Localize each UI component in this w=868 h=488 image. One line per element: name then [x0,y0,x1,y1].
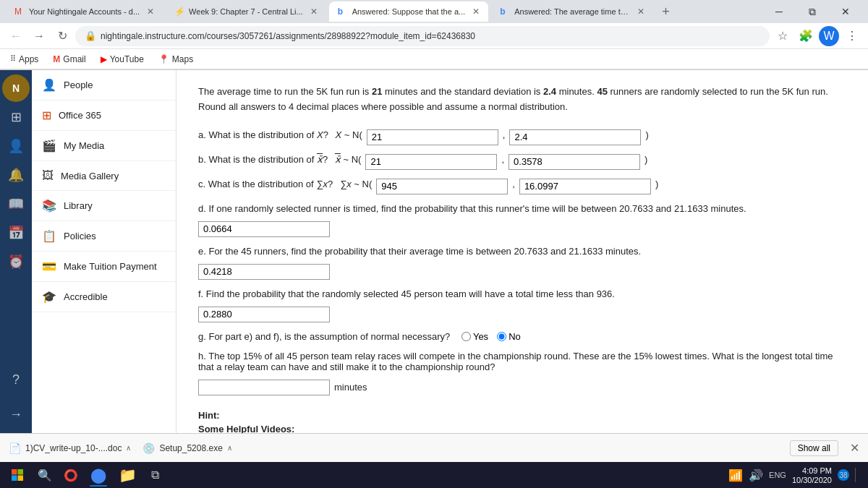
input-e-answer[interactable] [198,264,330,280]
download-1-label: 1)CV_write-up_10-....doc [25,443,122,453]
window-controls: ─ ⧉ ✕ [762,0,862,23]
nav-icon-avatar[interactable]: N [2,74,30,102]
tab-4-close[interactable]: ✕ [637,7,644,17]
tab-2-close[interactable]: ✕ [310,7,318,17]
download-item-1[interactable]: 📄 1)CV_write-up_10-....doc ∧ [9,442,131,454]
sidebar-item-accredible[interactable]: 🎓 Accredible [32,282,176,312]
tab-1[interactable]: M Your Nightingale Accounts - d... ✕ [6,1,163,22]
sidebar-accredible-label: Accredible [64,291,108,302]
tab-2-favicon: ⚡ [174,7,184,17]
input-c-val2[interactable] [519,179,651,194]
tray-network[interactable]: 📶 [728,468,743,482]
bookmarks-bar: ⠿ Apps M Gmail ▶ YouTube 📍 Maps [0,49,868,69]
tab-3-close[interactable]: ✕ [472,7,480,17]
taskbar-app-chrome[interactable]: ⬤ [84,462,113,488]
taskbar-clock[interactable]: 4:09 PM 10/30/2020 [792,466,832,484]
nav-icon-clock[interactable]: ⏰ [2,248,30,275]
restore-button[interactable]: ⧉ [796,0,829,23]
nav-icon-bell[interactable]: 🔔 [2,161,30,189]
input-a-val2[interactable] [509,129,641,145]
nav-icon-person[interactable]: 👤 [2,132,30,160]
nav-icon-question[interactable]: ? [2,366,30,393]
download-2-chevron[interactable]: ∧ [227,444,232,452]
radio-yes-label[interactable]: Yes [461,331,488,342]
taskbar-search[interactable]: 🔍 [32,462,58,488]
policies-icon: 📋 [42,229,56,243]
taskbar-app-explorer[interactable]: 📁 [113,462,142,488]
bookmark-apps-label: Apps [19,54,38,64]
sidebar-item-library[interactable]: 📚 Library [32,191,176,221]
question-d: d. If one randomly selected runner is ti… [198,203,846,237]
sidebar-item-people[interactable]: 👤 People [32,70,176,100]
tab-1-favicon: M [14,7,25,17]
tray-show-desktop[interactable] [855,468,859,482]
left-icon-bar: N ⊞ 👤 🔔 📖 📅 ⏰ ? → [0,70,32,434]
nav-icon-book[interactable]: 📖 [2,190,30,218]
office365-icon: ⊞ [42,108,51,122]
input-h-answer[interactable] [198,380,330,395]
download-1-chevron[interactable]: ∧ [126,444,131,452]
extensions-button[interactable]: 🧩 [796,26,816,46]
svg-rect-1 [18,469,24,475]
maketuition-icon: 💳 [42,260,56,273]
refresh-button[interactable]: ↻ [52,26,72,46]
bookmark-youtube-label: YouTube [110,54,144,64]
nav-icon-grid[interactable]: ⊞ [2,103,30,131]
bookmark-apps[interactable]: ⠿ Apps [6,53,43,66]
youtube-icon: ▶ [101,54,107,64]
bookmark-maps[interactable]: 📍 Maps [154,53,197,66]
sidebar-item-policies[interactable]: 📋 Policies [32,221,176,252]
address-bar[interactable]: 🔒 nightingale.instructure.com/courses/30… [75,26,770,46]
taskbar-tray: 📶 🔊 ENG 4:09 PM 10/30/2020 38 [723,466,865,484]
input-a-val1[interactable] [367,129,498,145]
question-h: h. The top 15% of all 45 person team rel… [198,351,846,395]
close-button[interactable]: ✕ [829,0,862,23]
tray-volume[interactable]: 🔊 [749,468,763,482]
show-all-button[interactable]: Show all [790,440,838,456]
nav-icon-calendar[interactable]: 📅 [2,219,30,247]
exe-icon: 💿 [142,442,155,454]
sidebar-people-label: People [64,80,93,90]
bookmark-gmail[interactable]: M Gmail [48,53,90,66]
tab-3[interactable]: b Answered: Suppose that the a... ✕ [329,1,489,22]
nav-icon-arrow[interactable]: → [2,401,30,428]
tray-notifications[interactable]: 38 [838,469,849,481]
tab-4[interactable]: b Answered: The average time to... ✕ [491,1,653,22]
mediagallery-icon: 🖼 [42,169,54,182]
profile-button[interactable]: W [819,26,839,46]
input-c-val1[interactable] [376,179,508,194]
tab-1-close[interactable]: ✕ [147,7,154,17]
radio-no[interactable] [497,332,506,341]
sidebar-item-office365[interactable]: ⊞ Office 365 [32,100,176,131]
input-f-answer[interactable] [198,307,330,322]
downloads-close-button[interactable]: ✕ [850,441,859,455]
sidebar-item-maketuition[interactable]: 💳 Make Tuition Payment [32,252,176,282]
bookmark-gmail-label: Gmail [63,54,85,64]
input-d-answer[interactable] [198,221,330,237]
back-button[interactable]: ← [6,26,26,46]
minimize-button[interactable]: ─ [762,0,796,23]
svg-rect-0 [12,469,17,475]
radio-no-label[interactable]: No [497,331,521,342]
lock-icon: 🔒 [85,30,96,41]
tab-2[interactable]: ⚡ Week 9: Chapter 7 - Central Li... ✕ [166,1,326,22]
menu-button[interactable]: ⋮ [842,26,862,46]
maps-icon: 📍 [158,54,169,64]
start-button[interactable] [3,462,32,488]
new-tab-button[interactable]: + [656,4,676,20]
taskbar-cortana[interactable]: ⭕ [58,462,84,488]
tray-keyboard[interactable]: ENG [769,471,786,479]
bookmark-youtube[interactable]: ▶ YouTube [96,53,148,66]
sidebar-item-mymedia[interactable]: 🎬 My Media [32,131,176,161]
download-item-2[interactable]: 💿 Setup_5208.exe ∧ [142,442,231,454]
apps-grid-icon: ⠿ [10,54,16,64]
input-b-val2[interactable] [509,154,640,170]
forward-button[interactable]: → [29,26,49,46]
bookmark-button[interactable]: ☆ [773,26,793,46]
input-b-val1[interactable] [365,154,497,170]
sidebar-item-mediagallery[interactable]: 🖼 Media Gallery [32,161,176,191]
radio-yes[interactable] [461,332,471,341]
svg-rect-2 [12,476,17,481]
sidebar-maketuition-label: Make Tuition Payment [64,261,157,272]
taskbar-taskview[interactable]: ⧉ [142,462,168,488]
